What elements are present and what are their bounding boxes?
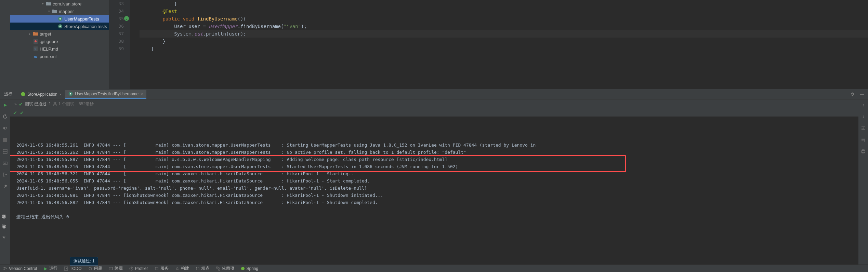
line-number[interactable]: 36: [109, 23, 124, 30]
layout-icon[interactable]: [2, 148, 9, 155]
toggle-icon[interactable]: [2, 125, 9, 132]
pin-icon[interactable]: [2, 183, 9, 190]
tree-node[interactable]: ▾mapper: [10, 8, 109, 15]
star-icon[interactable]: ★: [2, 235, 6, 240]
run-tab[interactable]: StoreApplication×: [17, 90, 65, 99]
bug-icon: [88, 266, 93, 271]
line-number[interactable]: 34: [109, 8, 124, 15]
run-tab[interactable]: UserMapperTests.findByUsername×: [65, 90, 146, 99]
tree-arrow[interactable]: [53, 25, 56, 28]
bottom-bar-item[interactable]: 终端: [108, 266, 123, 271]
check-icon[interactable]: ✔: [13, 110, 17, 115]
exit-icon[interactable]: [2, 171, 9, 178]
tree-node[interactable]: StoreApplicationTests: [10, 23, 109, 30]
tree-arrow[interactable]: ▸: [28, 32, 31, 36]
camera-icon[interactable]: [2, 160, 9, 166]
tree-node[interactable]: mpom.xml: [10, 53, 109, 60]
code-line[interactable]: public void findByUsername(){: [140, 15, 868, 23]
bookmarks-icon[interactable]: ■: [2, 225, 5, 229]
editor[interactable]: 33343536373839 } @Test public void findB…: [109, 0, 868, 89]
svg-rect-23: [64, 267, 68, 270]
bottom-bar-item[interactable]: TODO: [64, 266, 81, 271]
code-line[interactable]: }: [140, 45, 868, 53]
bottom-bar-label: Profiler: [135, 266, 148, 271]
line-number[interactable]: 37: [109, 30, 124, 38]
tree-node[interactable]: ▾com.ivan.store: [10, 0, 109, 8]
profiler-icon: [129, 266, 134, 271]
tree-arrow[interactable]: ▾: [41, 2, 44, 5]
bottom-bar-item[interactable]: 问题: [88, 266, 102, 271]
tree-label: .gitignore: [40, 39, 58, 44]
code-line[interactable]: @Test: [140, 8, 868, 15]
editor-code[interactable]: } @Test public void findByUsername(){ Us…: [130, 0, 868, 89]
console-output[interactable]: 2024-11-05 16:48:55.261 INFO 47844 --- […: [10, 117, 858, 264]
svg-rect-30: [219, 269, 220, 270]
code-line[interactable]: User user = userMapper.findByUsername("i…: [140, 23, 868, 30]
close-icon[interactable]: ×: [60, 92, 62, 96]
bottom-bar: Version Control▶运行TODO问题终端Profiler服务构建端点…: [0, 264, 868, 272]
tree-arrow[interactable]: ▾: [47, 10, 51, 13]
check-icon[interactable]: ✔: [20, 110, 24, 115]
bottom-bar-item[interactable]: 服务: [154, 266, 169, 271]
console-line: 2024-11-05 16:48:55.261 INFO 47844 --- […: [16, 141, 852, 149]
db-icon: [195, 266, 200, 271]
tree-label: HELP.md: [40, 46, 58, 52]
stop-icon[interactable]: [2, 136, 9, 143]
rerun-icon[interactable]: ▶: [2, 101, 9, 108]
bottom-bar-item[interactable]: 端点: [195, 266, 210, 271]
line-number[interactable]: 35: [109, 15, 124, 23]
tree-node[interactable]: ▸target: [10, 30, 109, 38]
tree-node[interactable]: ?HELP.md: [10, 45, 109, 53]
tree-node[interactable]: UserMapperTests: [10, 15, 109, 23]
run-panel: 运行: StoreApplication×UserMapperTests.fin…: [0, 89, 868, 264]
bottom-bar-item[interactable]: ▶运行: [43, 266, 57, 271]
wrap-icon[interactable]: [860, 125, 867, 132]
scroll-icon[interactable]: [860, 136, 867, 143]
rerun-failed-icon[interactable]: [2, 113, 9, 120]
gear-icon[interactable]: [849, 91, 856, 98]
svg-rect-29: [216, 267, 218, 268]
bottom-bar-label: 服务: [160, 266, 169, 271]
code-line[interactable]: }: [140, 0, 868, 8]
line-number[interactable]: 33: [109, 0, 124, 8]
editor-gutter[interactable]: 33343536373839: [109, 0, 130, 89]
tree-label: UserMapperTests: [64, 16, 99, 22]
status-prefix: »: [14, 102, 17, 107]
project-tree[interactable]: ▾com.ivan.store▾mapperUserMapperTestsSto…: [10, 0, 109, 89]
build-icon: [175, 266, 180, 271]
tree-label: target: [40, 31, 51, 37]
tree-arrow[interactable]: [28, 40, 31, 43]
run-gutter-icon[interactable]: [124, 16, 129, 21]
tree-arrow[interactable]: [53, 17, 56, 21]
up-icon[interactable]: ↑: [860, 101, 867, 108]
console-line: 2024-11-05 16:48:55.887 INFO 47844 --- […: [16, 156, 852, 163]
console-line: [16, 206, 852, 213]
spring-icon: [21, 92, 25, 96]
print-icon[interactable]: [860, 148, 867, 155]
play-icon: ▶: [43, 266, 48, 271]
bottom-bar-item[interactable]: Profiler: [129, 266, 148, 271]
vtab-structure[interactable]: 结构: [0, 230, 8, 234]
tree-arrow[interactable]: [28, 55, 31, 58]
bottom-bar-item[interactable]: Version Control: [3, 266, 37, 271]
close-icon[interactable]: ×: [141, 92, 143, 96]
tree-arrow[interactable]: [28, 47, 31, 51]
code-line[interactable]: }: [140, 38, 868, 45]
bottom-bar-item[interactable]: Spring: [240, 266, 259, 271]
bottom-bar-item[interactable]: 依赖项: [216, 266, 234, 271]
code-line[interactable]: System.out.println(user);: [140, 30, 868, 38]
line-number[interactable]: 38: [109, 38, 124, 45]
folder-icon: [52, 9, 57, 14]
line-number[interactable]: 39: [109, 45, 124, 53]
svg-point-16: [4, 163, 6, 164]
bottom-bar-label: 构建: [181, 266, 189, 271]
tree-node[interactable]: .gitignore: [10, 38, 109, 45]
svg-rect-25: [109, 267, 113, 270]
down-icon[interactable]: ↓: [860, 113, 867, 120]
vtab-favorites[interactable]: 收藏: [0, 220, 8, 224]
run-tab-label: StoreApplication: [27, 92, 57, 97]
console-line: 进程已结束,退出代码为 0: [16, 213, 852, 220]
minimize-icon[interactable]: —: [858, 91, 865, 98]
bottom-bar-item[interactable]: 构建: [175, 266, 189, 271]
console-line: 2024-11-05 16:48:56.216 INFO 47844 --- […: [16, 163, 852, 170]
